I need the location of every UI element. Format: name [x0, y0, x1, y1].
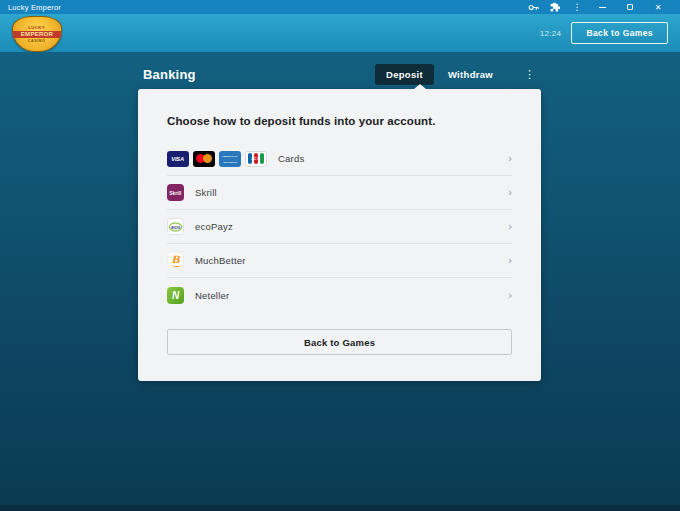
banking-menu-icon[interactable]: ⋮ — [524, 69, 535, 80]
method-row-neteller[interactable]: N Neteller › — [167, 278, 512, 312]
titlebar-menu-icon[interactable]: ⋮ — [566, 0, 588, 14]
method-label: ecoPayz — [195, 221, 233, 232]
bottom-strip — [0, 505, 680, 511]
method-row-ecopayz[interactable]: eco ecoPayz › — [167, 210, 512, 244]
amex-icon: AMERICANEXPRESS — [219, 151, 241, 167]
lucky-emperor-logo[interactable]: LUCKY EMPEROR CASINO — [12, 16, 62, 52]
app-header: LUCKY EMPEROR CASINO 12:24 Back to Games — [0, 14, 680, 52]
tab-withdraw[interactable]: Withdraw — [437, 64, 504, 85]
tab-deposit[interactable]: Deposit — [375, 64, 434, 85]
chevron-right-icon: › — [508, 221, 512, 232]
jcb-label: JCB — [251, 157, 261, 160]
minimize-button[interactable] — [588, 0, 616, 14]
visa-label: VISA — [172, 156, 185, 162]
deposit-tab-pointer — [414, 84, 426, 89]
method-label: Cards — [278, 153, 304, 164]
method-label: MuchBetter — [195, 255, 246, 266]
key-icon[interactable] — [522, 0, 544, 14]
method-row-skrill[interactable]: Skrill Skrill › — [167, 176, 512, 210]
app-window: Lucky Emperor ⋮ ✕ LUCKY EMPEROR CASINO 1… — [0, 0, 680, 511]
clock: 12:24 — [540, 29, 562, 38]
amex-line2: EXPRESS — [223, 160, 237, 163]
ecopayz-icon: eco — [167, 218, 184, 235]
header-right: 12:24 Back to Games — [540, 22, 668, 44]
jcb-icon: JCB — [245, 151, 267, 167]
close-button[interactable]: ✕ — [644, 0, 672, 14]
chevron-right-icon: › — [508, 255, 512, 266]
skrill-label: Skrill — [169, 190, 181, 195]
neteller-label: N — [172, 290, 179, 301]
page-title: Banking — [143, 67, 196, 82]
header-back-to-games-button[interactable]: Back to Games — [571, 22, 668, 44]
method-row-cards[interactable]: VISA AMERICANEXPRESS JCB Cards › — [167, 142, 512, 176]
skrill-icon: Skrill — [167, 184, 184, 201]
maximize-button[interactable] — [616, 0, 644, 14]
banking-tabs: Deposit Withdraw ⋮ — [375, 64, 535, 85]
titlebar-controls: ⋮ ✕ — [522, 0, 672, 14]
chevron-right-icon: › — [508, 187, 512, 198]
logo-text-lucky: LUCKY — [29, 25, 46, 29]
mastercard-icon — [193, 151, 215, 167]
window-title: Lucky Emperor — [8, 3, 61, 12]
logo-text-casino: CASINO — [28, 39, 46, 43]
visa-icon: VISA — [167, 151, 189, 167]
ecopayz-label: eco — [169, 222, 183, 231]
panel-back-to-games-button[interactable]: Back to Games — [167, 329, 512, 355]
method-label: Neteller — [195, 290, 229, 301]
method-row-muchbetter[interactable]: B MuchBetter › — [167, 244, 512, 278]
deposit-panel: Choose how to deposit funds into your ac… — [138, 89, 541, 381]
titlebar: Lucky Emperor ⋮ ✕ — [0, 0, 680, 14]
neteller-icon: N — [167, 287, 184, 304]
payment-method-list: VISA AMERICANEXPRESS JCB Cards › Skrill … — [167, 142, 512, 312]
extensions-puzzle-icon[interactable] — [544, 0, 566, 14]
banking-screen: Banking Deposit Withdraw ⋮ Choose how to… — [0, 52, 680, 511]
method-label: Skrill — [195, 187, 217, 198]
deposit-heading: Choose how to deposit funds into your ac… — [167, 115, 512, 127]
logo-text-emperor: EMPEROR — [13, 31, 61, 38]
amex-line1: AMERICAN — [222, 154, 238, 157]
muchbetter-icon: B — [167, 252, 184, 269]
banking-bar: Banking Deposit Withdraw ⋮ — [143, 61, 535, 87]
muchbetter-label: B — [171, 255, 179, 265]
card-brand-icons: VISA AMERICANEXPRESS JCB — [167, 151, 267, 167]
chevron-right-icon: › — [508, 290, 512, 301]
chevron-right-icon: › — [508, 153, 512, 164]
